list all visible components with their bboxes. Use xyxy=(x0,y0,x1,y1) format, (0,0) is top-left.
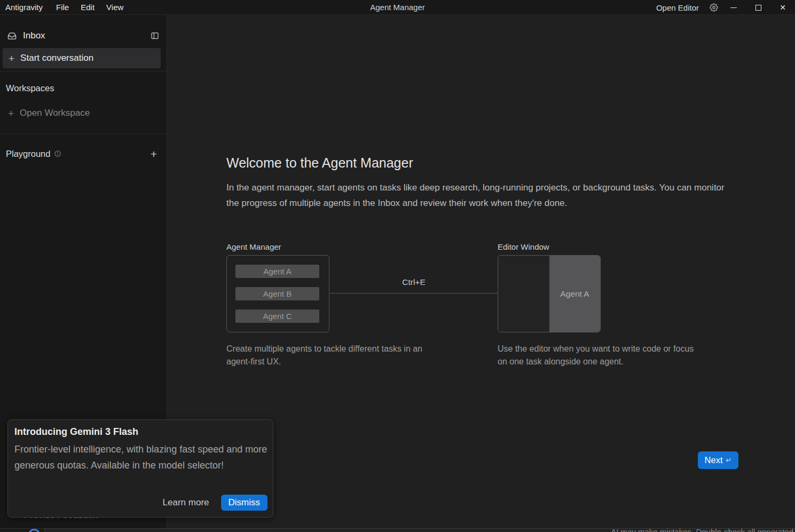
diagram-connector-line xyxy=(330,293,498,293)
start-conversation-label: Start conversation xyxy=(20,53,93,63)
next-button-label: Next xyxy=(705,455,723,465)
sidebar-item-inbox[interactable]: Inbox xyxy=(7,28,159,44)
menu-edit[interactable]: Edit xyxy=(75,3,100,12)
learn-more-link[interactable]: Learn more xyxy=(163,497,209,508)
close-button[interactable]: ✕ xyxy=(770,0,795,15)
page-title: Welcome to the Agent Manager xyxy=(226,155,413,171)
info-icon[interactable] xyxy=(54,150,150,157)
agent-manager-diagram-box: Agent A Agent B Agent C xyxy=(226,255,329,332)
gear-icon xyxy=(710,3,718,12)
diagram-agent-manager-label: Agent Manager xyxy=(226,242,281,251)
agent-manager-caption: Create multiple agents to tackle differe… xyxy=(226,343,428,368)
start-conversation-button[interactable]: + Start conversation xyxy=(3,48,161,68)
sidebar-divider xyxy=(0,133,167,134)
ai-disclaimer-text: AI may make mistakes. Double-check all g… xyxy=(611,527,793,532)
minimize-icon xyxy=(730,7,737,8)
maximize-icon xyxy=(755,5,761,11)
open-editor-button[interactable]: Open Editor xyxy=(656,3,699,12)
inbox-label: Inbox xyxy=(23,30,151,41)
minimize-button[interactable] xyxy=(721,0,746,15)
open-workspace-button[interactable]: + Open Workspace xyxy=(8,107,90,120)
toast-body: Frontier-level intelligence, with blazin… xyxy=(14,441,267,473)
open-workspace-label: Open Workspace xyxy=(20,108,90,118)
menu-file[interactable]: File xyxy=(50,3,75,12)
menu-antigravity[interactable]: Antigravity xyxy=(5,3,50,12)
plus-icon: + xyxy=(9,53,14,63)
editor-agent-pane: Agent A xyxy=(549,256,600,332)
app-menu: Antigravity File Edit View xyxy=(0,3,129,12)
next-button[interactable]: Next ↵ xyxy=(698,451,738,469)
playground-section: Playground + xyxy=(6,147,157,161)
plus-icon: + xyxy=(8,108,14,118)
toggle-panel-button[interactable] xyxy=(151,31,159,40)
agent-chip-a: Agent A xyxy=(235,265,319,278)
sidebar-divider xyxy=(0,71,167,72)
maximize-button[interactable] xyxy=(746,0,770,15)
page-description: In the agent manager, start agents on ta… xyxy=(226,180,727,211)
settings-button[interactable] xyxy=(706,0,721,15)
toast-title: Introducing Gemini 3 Flash xyxy=(14,426,266,438)
menu-view[interactable]: View xyxy=(100,3,129,12)
playground-label: Playground xyxy=(6,149,50,159)
diagram-editor-window-label: Editor Window xyxy=(498,242,549,251)
enter-key-icon: ↵ xyxy=(726,456,732,464)
agent-chip-c: Agent C xyxy=(235,309,319,323)
gemini-toast: Introducing Gemini 3 Flash Frontier-leve… xyxy=(7,419,273,518)
titlebar: Antigravity File Edit View Agent Manager… xyxy=(0,0,795,15)
editor-window-diagram-box: Agent A xyxy=(498,255,601,332)
workspaces-section-label: Workspaces xyxy=(6,83,54,93)
inbox-icon xyxy=(7,31,17,41)
dismiss-button[interactable]: Dismiss xyxy=(221,495,268,511)
close-icon: ✕ xyxy=(780,4,786,11)
agent-chip-b: Agent B xyxy=(235,287,319,300)
editor-window-caption: Use the editor when you want to write co… xyxy=(498,343,704,368)
editor-pane xyxy=(498,256,549,332)
split-panel-icon xyxy=(151,31,159,40)
shortcut-label: Ctrl+E xyxy=(330,277,498,287)
add-playground-button[interactable]: + xyxy=(151,148,157,160)
